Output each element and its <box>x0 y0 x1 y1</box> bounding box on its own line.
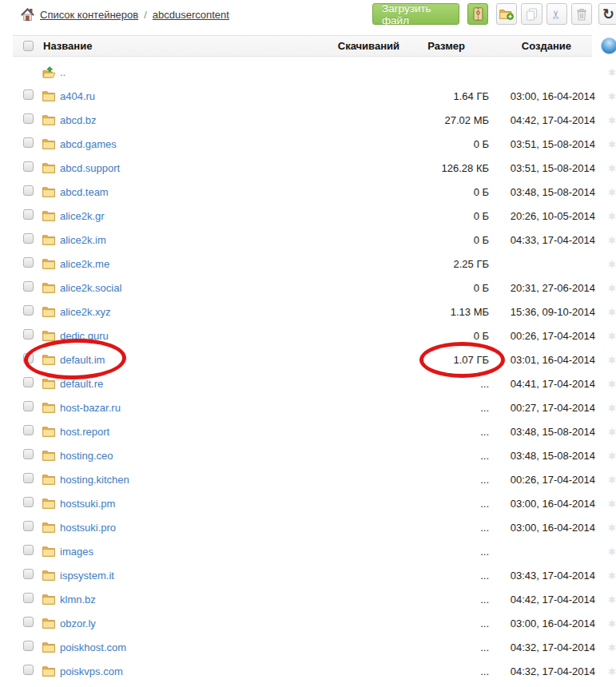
folder-link[interactable]: hostsuki.pm <box>60 498 115 510</box>
row-checkbox[interactable] <box>23 353 34 363</box>
folder-link[interactable]: images <box>60 546 93 558</box>
row-checkbox[interactable] <box>23 281 34 292</box>
row-actions-icon[interactable]: ✱ <box>598 355 616 366</box>
row-actions-icon[interactable]: ✱ <box>598 115 616 126</box>
row-checkbox[interactable] <box>23 257 34 268</box>
table-row[interactable]: hosting.kitchen ... 00:26, 17-04-2014 ✱ <box>13 467 616 491</box>
row-checkbox[interactable] <box>23 473 34 483</box>
row-actions-icon[interactable]: ✱ <box>598 475 616 486</box>
row-actions-icon[interactable]: ✱ <box>598 498 616 510</box>
row-actions-icon[interactable]: ✱ <box>598 331 616 342</box>
row-actions-icon[interactable]: ✱ <box>598 427 616 438</box>
row-checkbox[interactable] <box>23 665 34 675</box>
folder-link[interactable]: alice2k.social <box>60 282 121 294</box>
row-checkbox[interactable] <box>23 161 34 172</box>
row-checkbox[interactable] <box>23 377 34 387</box>
row-checkbox[interactable] <box>23 401 34 411</box>
folder-link[interactable]: host-bazar.ru <box>60 402 121 414</box>
table-row[interactable]: alice2k.im 0 Б 04:33, 17-04-2014 ✱ <box>13 228 616 252</box>
row-actions-icon[interactable]: ✱ <box>598 307 616 318</box>
row-actions-icon[interactable]: ✱ <box>598 259 616 270</box>
row-checkbox[interactable] <box>23 305 34 316</box>
table-row[interactable]: alice2k.me 2.25 ГБ ✱ <box>13 252 616 276</box>
row-actions-icon[interactable]: ✱ <box>598 139 616 150</box>
column-header-created[interactable]: Создание <box>465 40 571 52</box>
folder-link[interactable]: alice2k.me <box>60 258 109 270</box>
column-header-name[interactable]: Название <box>43 40 320 52</box>
folder-link[interactable]: abcd.support <box>60 162 120 174</box>
row-actions-icon[interactable]: ✱ <box>598 283 616 294</box>
table-row[interactable]: hosting.ceo ... 03:48, 15-08-2014 ✱ <box>13 443 616 467</box>
folder-link[interactable]: abcd.team <box>60 186 109 198</box>
folder-link[interactable]: a404.ru <box>60 90 95 102</box>
table-row[interactable]: default.re ... 04:41, 17-04-2014 ✱ <box>13 371 616 395</box>
upload-file-button[interactable]: Загрузить файл <box>372 3 459 25</box>
row-checkbox[interactable] <box>23 233 34 244</box>
table-row[interactable]: abcd.games 0 Б 03:51, 15-08-2014 ✱ <box>13 132 616 156</box>
row-actions-icon[interactable]: ✱ <box>598 379 616 390</box>
table-row[interactable]: klmn.bz ... 04:42, 17-04-2014 ✱ <box>13 587 616 611</box>
table-row[interactable]: images ... ✱ <box>13 539 616 563</box>
row-checkbox[interactable] <box>23 641 34 651</box>
folder-link[interactable]: dedic.guru <box>60 330 109 342</box>
column-header-size[interactable]: Размер <box>399 40 465 52</box>
row-checkbox[interactable] <box>23 113 34 124</box>
table-row[interactable]: abcd.team 0 Б 03:48, 15-08-2014 ✱ <box>13 180 616 204</box>
table-row[interactable]: poiskhost.com ... 04:32, 17-04-2014 ✱ <box>13 635 616 659</box>
row-actions-icon[interactable]: ✱ <box>598 642 616 653</box>
table-row[interactable]: poiskvps.com ... 04:32, 17-04-2014 ✱ <box>13 659 616 683</box>
upload-archive-button[interactable] <box>467 3 488 25</box>
folder-link[interactable]: abcd.bz <box>60 114 97 126</box>
folder-link[interactable]: klmn.bz <box>60 594 96 606</box>
table-row[interactable]: default.im 1.07 ГБ 03:01, 16-04-2014 ✱ <box>13 347 616 371</box>
table-row[interactable]: hostsuki.pm ... 03:00, 16-04-2014 ✱ <box>13 491 616 515</box>
column-settings-icon[interactable] <box>601 38 616 54</box>
folder-link[interactable]: host.report <box>60 426 109 438</box>
row-checkbox[interactable] <box>23 545 34 555</box>
row-actions-icon[interactable]: ✱ <box>598 187 616 198</box>
table-row[interactable]: alice2k.xyz 1.13 МБ 15:36, 09-10-2014 ✱ <box>13 300 616 324</box>
row-checkbox[interactable] <box>23 137 34 148</box>
folder-link[interactable]: alice2k.im <box>60 234 106 246</box>
table-row[interactable]: ispsystem.it ... 03:43, 17-04-2014 ✱ <box>13 563 616 587</box>
folder-link[interactable]: poiskhost.com <box>60 641 126 653</box>
select-all-checkbox[interactable] <box>23 41 34 51</box>
row-checkbox[interactable] <box>23 569 34 579</box>
column-header-downloads[interactable]: Скачиваний <box>320 40 399 52</box>
row-actions-icon[interactable]: ✱ <box>598 522 616 534</box>
folder-link[interactable]: hostsuki.pro <box>60 522 116 534</box>
new-folder-button[interactable] <box>496 3 517 25</box>
table-row[interactable]: host.report ... 03:48, 15-08-2014 ✱ <box>13 419 616 443</box>
table-row[interactable]: alice2k.social 0 Б 20:31, 27-06-2014 ✱ <box>13 276 616 300</box>
table-row[interactable]: obzor.ly ... 03:00, 16-04-2014 ✱ <box>13 611 616 635</box>
row-actions-icon[interactable]: ✱ <box>598 618 616 629</box>
row-checkbox[interactable] <box>23 617 34 627</box>
row-actions-icon[interactable]: ✱ <box>598 403 616 414</box>
row-checkbox[interactable] <box>23 209 34 220</box>
cut-button[interactable]: ✂ <box>546 3 567 25</box>
row-actions-icon[interactable]: ✱ <box>598 235 616 246</box>
row-checkbox[interactable] <box>23 425 34 435</box>
row-actions-icon[interactable]: ✱ <box>598 546 616 558</box>
row-actions-icon[interactable]: ✱ <box>598 163 616 174</box>
row-actions-icon[interactable]: ✱ <box>598 67 616 78</box>
folder-link[interactable]: default.re <box>60 378 103 390</box>
table-row[interactable]: dedic.guru 0 Б 00:26, 17-04-2014 ✱ <box>13 324 616 347</box>
row-checkbox[interactable] <box>23 593 34 603</box>
table-row[interactable]: a404.ru 1.64 ГБ 03:00, 16-04-2014 ✱ <box>13 84 616 108</box>
row-checkbox[interactable] <box>23 449 34 459</box>
folder-link[interactable]: obzor.ly <box>60 618 96 629</box>
home-icon[interactable] <box>21 8 34 21</box>
folder-link[interactable]: hosting.kitchen <box>60 474 129 486</box>
parent-folder-link[interactable]: .. <box>60 66 66 78</box>
copy-button[interactable] <box>521 3 542 25</box>
row-checkbox[interactable] <box>23 185 34 196</box>
row-actions-icon[interactable]: ✱ <box>598 211 616 222</box>
table-row[interactable]: abcd.bz 27.02 МБ 04:42, 17-04-2014 ✱ <box>13 108 616 132</box>
row-actions-icon[interactable]: ✱ <box>598 570 616 582</box>
refresh-button[interactable]: ↻ <box>598 3 616 25</box>
row-checkbox[interactable] <box>23 329 34 340</box>
breadcrumb-current-container-link[interactable]: abcdusercontent <box>153 9 229 21</box>
row-actions-icon[interactable]: ✱ <box>598 451 616 462</box>
parent-folder-row[interactable]: .. ✱ <box>13 60 616 84</box>
